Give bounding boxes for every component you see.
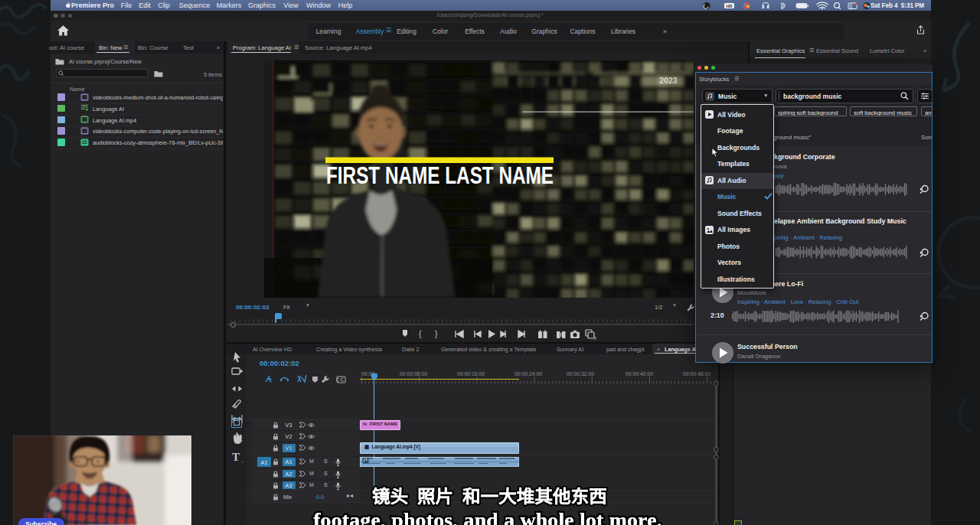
svg-text:2023: 2023 (659, 76, 678, 85)
svg-text:3: 3 (594, 336, 596, 340)
svg-text:FIRST NAME LAST NAME: FIRST NAME LAST NAME (326, 162, 554, 189)
svg-text:}: } (435, 330, 438, 338)
svg-text:T: T (232, 451, 240, 463)
svg-text:HD: HD (727, 3, 733, 8)
svg-text:{: { (419, 330, 422, 338)
